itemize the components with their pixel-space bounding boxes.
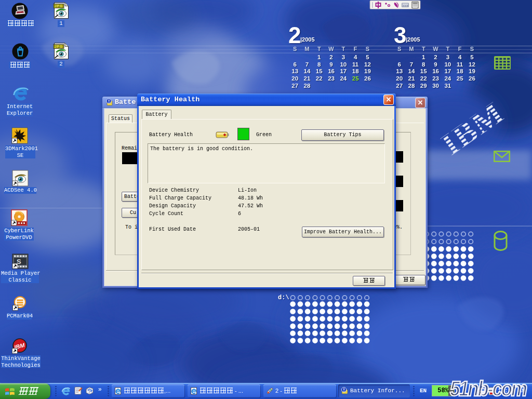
svg-text:JPG: JPG: [55, 4, 63, 8]
svg-text:JPG: JPG: [55, 45, 63, 48]
